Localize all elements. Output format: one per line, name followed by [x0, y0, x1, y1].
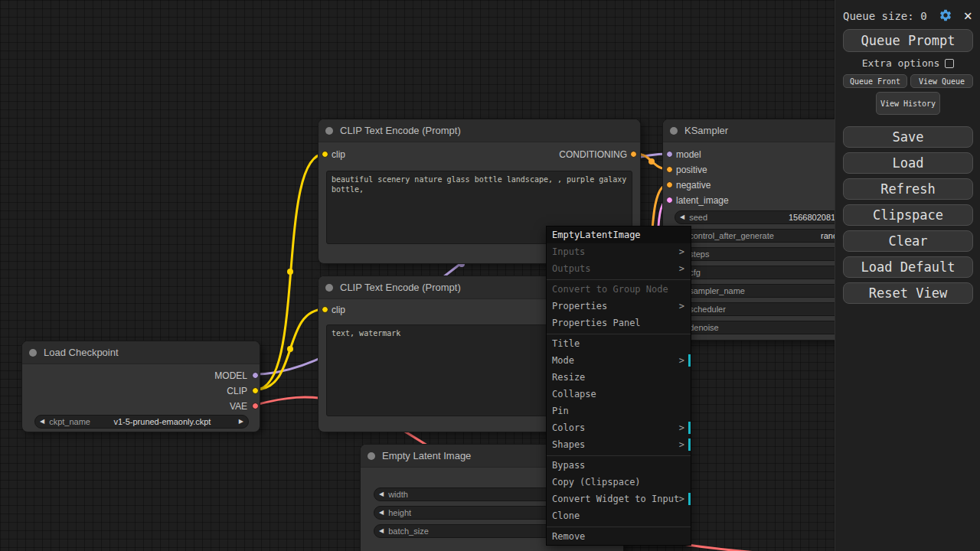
submenu-marker: [688, 422, 691, 434]
conditioning-output-port[interactable]: [630, 151, 637, 158]
widget-label: control_after_generate: [689, 231, 774, 240]
submenu-marker: [688, 493, 691, 505]
node-title-bar[interactable]: CLIP Text Encode (Prompt): [318, 119, 640, 142]
widget-label: denoise: [689, 323, 719, 332]
reset-view-button[interactable]: Reset View: [843, 282, 973, 304]
output-label-model: MODEL: [214, 370, 247, 381]
clip-input-port[interactable]: [322, 306, 328, 313]
menu-item-convert-widget-to-input[interactable]: Convert Widget to Input>: [547, 491, 691, 507]
context-menu: EmptyLatentImage Inputs> Outputs> Conver…: [546, 226, 691, 546]
input-label-clip: clip: [332, 305, 345, 315]
submenu-arrow-icon: >: [679, 243, 684, 260]
menu-item-pin[interactable]: Pin: [547, 403, 691, 419]
node-title-bar[interactable]: Load Checkpoint: [22, 341, 260, 364]
latent-image-input-port[interactable]: [666, 197, 673, 204]
extra-options-row: Extra options: [843, 57, 973, 69]
widget-label: ckpt_name: [49, 417, 90, 426]
menu-separator: [547, 331, 691, 334]
menu-item-colors[interactable]: Colors>: [547, 419, 691, 436]
model-output-port[interactable]: [252, 372, 259, 379]
menu-item-resize[interactable]: Resize: [547, 369, 691, 386]
menu-item-inputs: Inputs>: [547, 243, 691, 260]
settings-gear-icon[interactable]: [939, 8, 952, 22]
input-label-negative: negative: [676, 180, 710, 191]
wire-clip-to-positive-prompt: [256, 154, 325, 390]
menu-item-shapes[interactable]: Shapes>: [547, 436, 691, 453]
collapse-dot-icon[interactable]: [325, 127, 333, 135]
negative-input-port[interactable]: [666, 181, 673, 188]
decrement-arrow-icon[interactable]: ◀: [35, 416, 49, 428]
sidebar-header: Queue size: 0 ×: [843, 8, 974, 26]
submenu-arrow-icon: >: [679, 491, 684, 507]
model-input-port[interactable]: [666, 151, 673, 158]
menu-item-bypass[interactable]: Bypass: [547, 457, 691, 474]
menu-separator: [547, 277, 691, 280]
queue-prompt-button[interactable]: Queue Prompt: [843, 29, 973, 52]
context-menu-title: EmptyLatentImage: [547, 227, 691, 243]
increment-arrow-icon[interactable]: ▶: [234, 416, 248, 428]
menu-item-convert-to-group-node: Convert to Group Node: [547, 281, 691, 298]
queue-size-label: Queue size: 0: [843, 10, 927, 22]
decrement-arrow-icon[interactable]: ◀: [374, 488, 388, 500]
queue-front-button[interactable]: Queue Front: [843, 74, 907, 88]
extra-options-checkbox[interactable]: [945, 59, 954, 68]
menu-item-mode[interactable]: Mode>: [547, 352, 691, 369]
node-title: Empty Latent Image: [382, 450, 471, 461]
positive-input-port[interactable]: [666, 166, 673, 173]
decrement-arrow-icon[interactable]: ◀: [374, 525, 388, 537]
widget-label: height: [388, 508, 411, 517]
output-label-clip: CLIP: [227, 386, 247, 396]
menu-separator: [547, 453, 691, 456]
widget-label: batch_size: [388, 527, 429, 536]
refresh-button[interactable]: Refresh: [843, 178, 973, 200]
save-button[interactable]: Save: [843, 126, 973, 148]
clear-button[interactable]: Clear: [843, 230, 973, 252]
clipspace-button[interactable]: Clipspace: [843, 204, 973, 226]
menu-item-clone[interactable]: Clone: [547, 507, 691, 524]
menu-item-properties[interactable]: Properties>: [547, 298, 691, 315]
node-load-checkpoint[interactable]: Load Checkpoint MODEL CLIP VAE ◀ ckpt_na…: [21, 341, 260, 432]
link-dot: [287, 269, 293, 275]
decrement-arrow-icon[interactable]: ◀: [374, 507, 388, 519]
node-title: CLIP Text Encode (Prompt): [340, 282, 461, 293]
menu-item-collapse[interactable]: Collapse: [547, 386, 691, 403]
submenu-marker: [688, 354, 691, 367]
view-history-button[interactable]: View History: [876, 92, 940, 115]
submenu-arrow-icon: >: [679, 260, 684, 277]
submenu-arrow-icon: >: [679, 419, 684, 436]
input-label-model: model: [676, 149, 701, 160]
menu-item-title[interactable]: Title: [547, 335, 691, 352]
widget-label: width: [388, 490, 408, 499]
decrement-arrow-icon[interactable]: ◀: [675, 211, 689, 223]
widget-label: scheduler: [689, 305, 726, 314]
submenu-arrow-icon: >: [679, 436, 684, 453]
menu-item-properties-panel[interactable]: Properties Panel: [547, 315, 691, 331]
extra-options-label: Extra options: [862, 57, 940, 69]
close-icon[interactable]: ×: [964, 7, 972, 24]
menu-separator: [547, 524, 691, 527]
clip-input-port[interactable]: [322, 151, 328, 158]
menu-item-copy-clipspace[interactable]: Copy (Clipspace): [547, 474, 691, 491]
load-button[interactable]: Load: [843, 152, 973, 174]
wire-clip-to-negative-prompt: [256, 309, 325, 390]
submenu-arrow-icon: >: [679, 298, 684, 315]
collapse-dot-icon[interactable]: [368, 452, 375, 460]
submenu-arrow-icon: >: [679, 352, 684, 369]
input-label-clip: clip: [332, 149, 345, 160]
view-queue-button[interactable]: View Queue: [910, 74, 973, 88]
clip-output-port[interactable]: [252, 387, 259, 394]
vae-output-port[interactable]: [252, 403, 259, 409]
widget-label: steps: [689, 249, 709, 259]
ckpt-name-widget[interactable]: ◀ ckpt_name v1-5-pruned-emaonly.ckpt ▶: [34, 415, 249, 429]
collapse-dot-icon[interactable]: [29, 349, 37, 357]
graph-canvas[interactable]: Load Checkpoint MODEL CLIP VAE ◀ ckpt_na…: [0, 0, 980, 551]
collapse-dot-icon[interactable]: [670, 127, 678, 135]
menu-item-remove[interactable]: Remove: [547, 528, 691, 545]
load-default-button[interactable]: Load Default: [843, 256, 973, 278]
node-title: CLIP Text Encode (Prompt): [340, 125, 461, 136]
collapse-dot-icon[interactable]: [325, 284, 333, 292]
widget-value: 1566802081: [789, 213, 835, 222]
link-dot: [648, 158, 655, 165]
comfy-menu-panel: Queue size: 0 × Queue Prompt Extra optio…: [835, 0, 980, 551]
node-title: KSampler: [684, 125, 728, 136]
